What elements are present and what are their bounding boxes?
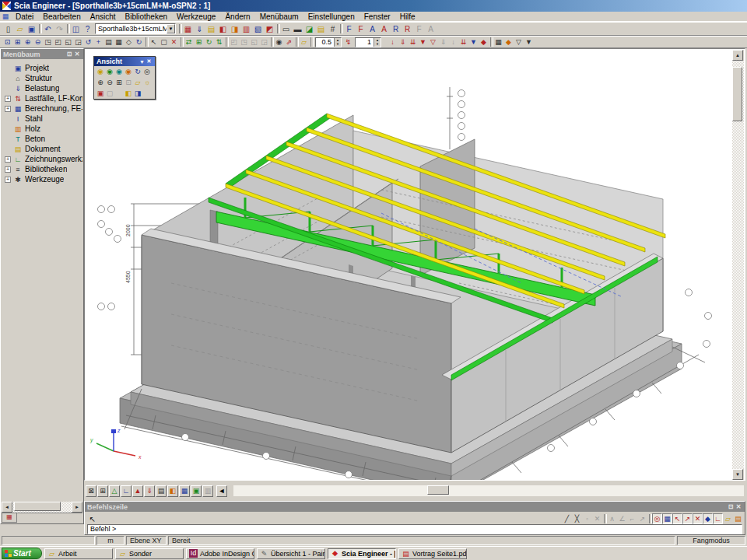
pin-icon[interactable]: ⊡ [727,503,735,510]
mesh-display-icon[interactable]: ▦ [179,485,190,497]
zoom-cursor-icon[interactable]: ◎ [142,67,152,76]
tree-item[interactable]: + ✱ Werkzeuge [2,174,82,184]
render-mode-icon[interactable]: ◨ [133,89,142,98]
copy-icon[interactable]: ⊞ [194,37,204,47]
snap-settings-icon[interactable]: ▤ [733,513,743,524]
snap-tangent-icon[interactable]: ∟ [713,513,723,524]
expand-icon[interactable]: + [5,177,11,183]
menu-item[interactable]: Ansicht [86,12,121,21]
spinner-arrows-icon[interactable]: ▲▼ [374,38,381,47]
taskbar-task[interactable]: ▤ Vortrag Seite1.pdf ... [398,548,467,559]
menu-item[interactable]: Ändern [220,12,254,21]
spinner-arrows-icon[interactable]: ▲▼ [334,38,341,47]
view-settings-icon[interactable]: ▣ [191,485,202,497]
results-lock-2-icon[interactable]: R [402,23,413,34]
move-icon[interactable]: ⇄ [184,37,194,47]
tree-item[interactable]: + I Stahl [2,114,82,124]
snap-circle-icon[interactable]: ◦ [582,513,592,524]
activity-3-icon[interactable]: F [413,23,425,34]
section-plane-icon[interactable]: ⊞ [97,485,108,497]
clipping-box-icon[interactable]: ▣ [96,89,105,98]
status-plane[interactable]: Ebene XY [126,536,167,545]
labels-display-icon[interactable]: ▤ [156,485,167,497]
close-icon[interactable]: ✕ [735,503,742,510]
load-group-icon[interactable]: ◆ [479,37,489,47]
status-snap-mode[interactable]: Fangmodus [677,536,745,545]
zoom-window-icon[interactable]: ⊞ [12,37,23,47]
axo-view-icon[interactable]: ◉ [124,67,133,76]
zoom-in-icon[interactable]: ⊕ [96,78,105,87]
tree-item[interactable]: + ∟ Zeichnungswerkzeuge [2,154,82,164]
help-icon[interactable]: ? [82,23,93,34]
stability-combinations-icon[interactable]: ▼ [524,37,534,47]
load-panel-icon[interactable]: ▼ [468,37,479,47]
dock-view-3-icon[interactable]: ◱ [249,37,259,47]
mdi-document-icon[interactable]: ▦ [0,12,11,20]
paperspace-icon[interactable]: ▧ [252,23,264,34]
tracking-icon[interactable]: ◎ [652,513,662,524]
zoom-in-icon[interactable]: ⊕ [23,37,33,47]
zoom-window-icon[interactable]: ⊞ [114,78,124,87]
scroll-left-icon[interactable]: ◄ [2,502,12,513]
new-window-icon[interactable]: ◫ [70,23,82,34]
load-display-scale-icon[interactable]: ↯ [343,37,353,47]
menu-item[interactable]: Datei [11,12,38,21]
axonometric-view-icon[interactable]: ◲ [73,37,83,47]
deselect-icon[interactable]: ✕ [169,37,179,47]
expand-icon[interactable]: + [5,156,11,163]
view-y-direction-icon[interactable]: ◉ [105,67,114,76]
nonlinear-combinations-icon[interactable]: ▽ [514,37,524,47]
view-flags-icon[interactable]: ◧ [124,89,133,98]
tree-item[interactable]: + ⌂ Struktur [2,73,82,83]
menu-item[interactable]: Bibliotheken [121,12,172,21]
print-preview-icon[interactable]: ▬ [292,23,303,34]
front-view-icon[interactable]: ▤ [103,37,114,47]
3d-canvas[interactable]: 4550 2000 [86,50,732,480]
self-weight-icon[interactable]: ⇊ [458,37,468,47]
view-folder-icon[interactable]: ▱ [133,78,142,87]
scroll-down-icon[interactable]: ▼ [732,469,743,480]
scale-object-icon[interactable]: ⇗ [284,37,294,47]
picture-icon[interactable]: ◩ [264,23,275,34]
zoom-out-icon[interactable]: ⊖ [105,78,114,87]
viewport-hscrollbar[interactable] [233,485,744,496]
save-project-icon[interactable]: ▣ [26,23,37,34]
redraw-icon[interactable]: ↻ [134,37,144,47]
snap-line-icon[interactable]: ╱ [562,513,572,524]
rotate-view-icon[interactable]: ↻ [133,67,142,76]
moment-load-icon[interactable]: ▽ [428,37,438,47]
zoom-all-icon[interactable]: ⊡ [2,37,12,47]
expand-icon[interactable]: + [5,166,11,173]
taskbar-task[interactable]: ✎ Übersicht 1 - Paint [257,548,325,559]
status-unit[interactable]: m [96,536,124,545]
line-load-icon[interactable]: ⇓ [398,37,408,47]
tree-item[interactable]: + ▦ Berechnung, FE-Netz [2,103,82,114]
load-menu-icon[interactable]: ⇓ [194,23,205,34]
view-x-icon[interactable]: ◳ [43,37,53,47]
snap-orthogonal-icon[interactable]: ◆ [703,513,713,524]
taskbar-task[interactable]: ❖ Scia Engineer - [... [328,548,396,559]
user-blocks-icon[interactable]: ◨ [229,23,240,34]
tree-item[interactable]: + ⇅ Lastfälle, LF-Kombinationen [2,93,82,103]
command-input[interactable]: Befehl > [87,524,742,534]
sidebar-tab-menubaum[interactable]: ▦ [2,513,17,523]
results-lock-icon[interactable]: R [390,23,402,34]
light-icon[interactable]: ☼ [142,78,152,87]
menu-item[interactable]: Fenster [359,12,395,21]
new-project-icon[interactable]: ▯ [2,23,14,34]
layers-icon[interactable]: ▤ [205,23,217,34]
point-load-icon[interactable]: ↓ [388,37,398,47]
snap-vertex-icon[interactable]: ∧ [607,513,617,524]
result-classes-icon[interactable]: ◆ [503,37,514,47]
snap-store-icon[interactable]: ▱ [723,513,733,524]
surface-load-icon[interactable]: ⇊ [408,37,418,47]
menu-item[interactable]: Werkzeuge [172,12,220,21]
collapse-toolbar-icon[interactable]: ◄ [216,485,227,497]
combinations-icon[interactable]: ▦ [493,37,503,47]
activity-2-icon[interactable]: A [378,23,390,34]
catalog-blocks-icon[interactable]: ◧ [217,23,229,34]
menu-item[interactable]: Hilfe [395,12,420,21]
grid-snap-icon[interactable]: ▦ [662,513,672,524]
perspective-icon[interactable]: ◇ [124,37,134,47]
befehlszeile-header[interactable]: Befehlszeile ⊡ ✕ [85,502,745,512]
